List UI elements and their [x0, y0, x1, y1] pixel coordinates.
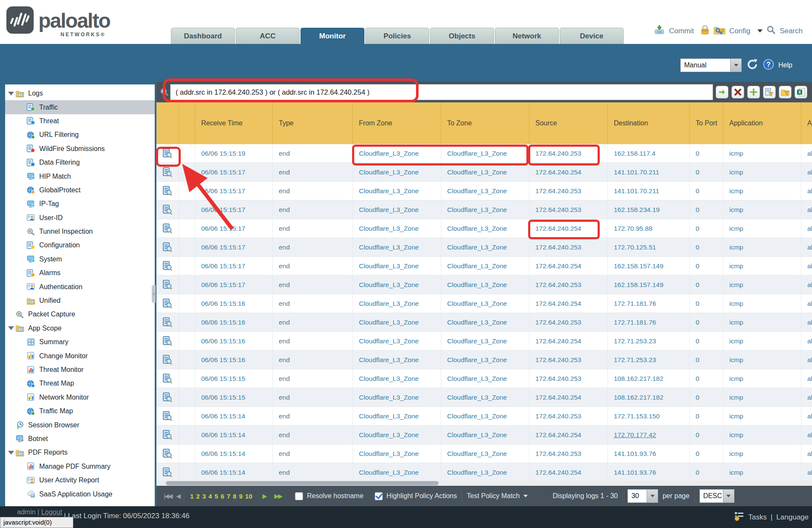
cell-destination[interactable]: 172.70.125.51	[608, 238, 690, 257]
cell-application[interactable]: icmp	[723, 257, 801, 276]
cell-application[interactable]: icmp	[723, 444, 801, 463]
cell-destination[interactable]: 172.70.95.88	[608, 219, 690, 238]
cell-source[interactable]: 172.64.240.254	[529, 257, 608, 276]
add-filter-button[interactable]	[747, 86, 760, 99]
column-header-source[interactable]: Source	[529, 102, 608, 144]
page-number-7[interactable]: 7	[227, 493, 230, 500]
sidebar-item-url-filtering[interactable]: URL Filtering	[5, 128, 155, 142]
cell-application[interactable]: icmp	[723, 200, 801, 219]
sidebar-item-session-browser[interactable]: Session Browser	[5, 418, 155, 432]
cell-application[interactable]: icmp	[723, 388, 801, 407]
cell-type[interactable]: end	[273, 144, 353, 163]
cell-receive-time[interactable]: 06/06 15:15:17	[195, 257, 273, 276]
commit-button[interactable]: Commit	[669, 27, 694, 35]
cell-receive-time[interactable]: 06/06 15:15:17	[195, 163, 273, 182]
cell-type[interactable]: end	[273, 238, 353, 257]
sidebar-item-system[interactable]: System	[5, 252, 155, 266]
cell-type[interactable]: end	[273, 294, 353, 313]
cell-to-port[interactable]: 0	[690, 163, 723, 182]
cell-to-port[interactable]: 0	[690, 182, 723, 200]
log-detail-icon[interactable]	[156, 163, 179, 182]
cell-action[interactable]: allow	[801, 276, 812, 294]
cell-application[interactable]: icmp	[723, 219, 801, 238]
sidebar-item-configuration[interactable]: Configuration	[5, 238, 155, 252]
sidebar-item-network-monitor[interactable]: Network Monitor	[5, 391, 155, 404]
prev-page-icon[interactable]: ◀	[176, 493, 180, 499]
cell-application[interactable]: icmp	[723, 294, 801, 313]
cell-destination[interactable]: 141.101.93.76	[608, 463, 690, 482]
cell-destination[interactable]: 108.162.217.182	[608, 369, 690, 388]
test-policy-match-caret-icon[interactable]	[523, 495, 528, 497]
cell-type[interactable]: end	[273, 388, 353, 407]
cell-from-zone[interactable]: Cloudflare_L3_Zone	[353, 444, 441, 463]
cell-to-zone[interactable]: Cloudflare_L3_Zone	[441, 257, 529, 276]
cell-action[interactable]: allow	[801, 144, 812, 163]
cell-action[interactable]: allow	[801, 463, 812, 482]
cell-from-zone[interactable]: Cloudflare_L3_Zone	[353, 276, 441, 294]
cell-from-zone[interactable]: Cloudflare_L3_Zone	[353, 332, 441, 351]
cell-source[interactable]: 172.64.240.253	[529, 144, 608, 163]
cell-action[interactable]: allow	[801, 369, 812, 388]
cell-type[interactable]: end	[273, 369, 353, 388]
cell-receive-time[interactable]: 06/06 15:15:14	[195, 463, 273, 482]
cell-destination[interactable]: 172.71.181.76	[608, 294, 690, 313]
cell-type[interactable]: end	[273, 351, 353, 369]
cell-from-zone[interactable]: Cloudflare_L3_Zone	[353, 257, 441, 276]
cell-to-port[interactable]: 0	[690, 426, 723, 444]
log-detail-icon[interactable]	[156, 238, 179, 257]
log-detail-icon[interactable]	[156, 313, 179, 332]
page-number-10[interactable]: 10	[245, 493, 252, 500]
sidebar-item-globalprotect[interactable]: GlobalProtect	[5, 183, 155, 197]
cell-type[interactable]: end	[273, 407, 353, 426]
log-detail-icon[interactable]	[156, 426, 179, 444]
cell-source[interactable]: 172.64.240.254	[529, 332, 608, 351]
cell-from-zone[interactable]: Cloudflare_L3_Zone	[353, 200, 441, 219]
per-page-select[interactable]: 30	[627, 489, 658, 503]
column-header-receive-time[interactable]: Receive Time	[195, 102, 273, 144]
cell-to-port[interactable]: 0	[690, 257, 723, 276]
tab-device[interactable]: Device	[560, 28, 624, 44]
logout-link[interactable]: Logout	[41, 508, 62, 516]
cell-application[interactable]: icmp	[723, 276, 801, 294]
resolve-hostname-checkbox[interactable]	[295, 492, 303, 500]
cell-from-zone[interactable]: Cloudflare_L3_Zone	[353, 369, 441, 388]
sidebar-item-packet-capture[interactable]: Packet Capture	[5, 308, 155, 321]
cell-application[interactable]: icmp	[723, 351, 801, 369]
cell-action[interactable]: allow	[801, 182, 812, 200]
cell-to-zone[interactable]: Cloudflare_L3_Zone	[441, 200, 529, 219]
cell-source[interactable]: 172.64.240.253	[529, 351, 608, 369]
tab-objects[interactable]: Objects	[430, 28, 494, 44]
cell-to-zone[interactable]: Cloudflare_L3_Zone	[441, 219, 529, 238]
cell-to-port[interactable]: 0	[690, 332, 723, 351]
column-header-to-zone[interactable]: To Zone	[441, 102, 529, 144]
cell-source[interactable]: 172.64.240.254	[529, 388, 608, 407]
sidebar-item-botnet[interactable]: Botnet	[5, 432, 155, 446]
cell-receive-time[interactable]: 06/06 15:15:17	[195, 182, 273, 200]
cell-type[interactable]: end	[273, 163, 353, 182]
sidebar-item-pdf-reports[interactable]: PDF Reports	[5, 446, 155, 459]
cell-source[interactable]: 172.64.240.253	[529, 238, 608, 257]
column-header-to-port[interactable]: To Port	[690, 102, 723, 144]
tab-network[interactable]: Network	[495, 28, 559, 44]
cell-from-zone[interactable]: Cloudflare_L3_Zone	[353, 407, 441, 426]
cell-source[interactable]: 172.64.240.253	[529, 444, 608, 463]
cell-type[interactable]: end	[273, 200, 353, 219]
cell-type[interactable]: end	[273, 313, 353, 332]
cell-to-port[interactable]: 0	[690, 144, 723, 163]
cell-receive-time[interactable]: 06/06 15:15:19	[195, 144, 273, 163]
cell-receive-time[interactable]: 06/06 15:15:17	[195, 276, 273, 294]
cell-destination[interactable]: 141.101.93.76	[608, 444, 690, 463]
cell-to-zone[interactable]: Cloudflare_L3_Zone	[441, 426, 529, 444]
log-detail-icon[interactable]	[156, 351, 179, 369]
sidebar-item-authentication[interactable]: Authentication	[5, 280, 155, 293]
cell-application[interactable]: icmp	[723, 332, 801, 351]
sidebar-item-alarms[interactable]: Alarms	[5, 266, 155, 280]
page-number-2[interactable]: 2	[196, 493, 199, 500]
cell-to-port[interactable]: 0	[690, 369, 723, 388]
clear-filter-button[interactable]	[731, 86, 744, 99]
cell-to-zone[interactable]: Cloudflare_L3_Zone	[441, 332, 529, 351]
page-number-8[interactable]: 8	[233, 493, 236, 500]
cell-receive-time[interactable]: 06/06 15:15:15	[195, 388, 273, 407]
cell-to-zone[interactable]: Cloudflare_L3_Zone	[441, 369, 529, 388]
column-header-application[interactable]: Application	[723, 102, 801, 144]
